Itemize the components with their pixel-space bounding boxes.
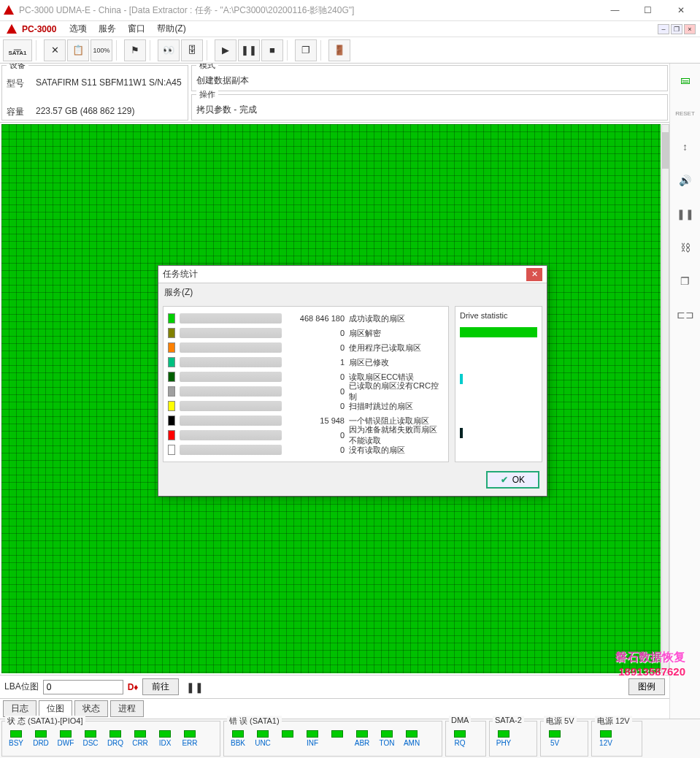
status-group-sata2: SATA-2 PHY (489, 721, 537, 757)
mdi-minimize[interactable]: – (658, 24, 669, 34)
maximize-button[interactable]: ☐ (631, 0, 664, 20)
stat-value: 468 846 180 (286, 314, 345, 323)
tab-log[interactable]: 日志 (3, 700, 36, 717)
mdi-restore[interactable]: ❐ (671, 24, 682, 34)
clipboard-button[interactable]: 📋 (67, 39, 89, 61)
drive-icon[interactable]: 🖴 (675, 69, 696, 90)
toolbar-separator (116, 40, 120, 61)
dialog-menu-item[interactable]: 服务(Z) (158, 283, 547, 302)
sata1-button[interactable]: ⎯⎯SATA1 (3, 39, 32, 61)
stat-bar (180, 313, 282, 324)
flag-label: ERR (182, 739, 197, 747)
flag-indicator (307, 730, 318, 738)
stat-label: 使用程序已读取扇区 (349, 342, 444, 353)
flag-indicator (282, 730, 293, 738)
menu-item-window[interactable]: 窗口 (128, 23, 145, 35)
status-flag: DRQ (104, 730, 126, 747)
tool1-icon[interactable]: ↕ (675, 137, 696, 157)
database-button[interactable]: 🗄 (181, 39, 203, 61)
legend-button[interactable]: 图例 (628, 678, 665, 695)
toolbar-separator (207, 40, 211, 61)
reset-icon[interactable]: RESET (675, 103, 696, 123)
menu-item-service[interactable]: 服务 (99, 23, 116, 35)
flag-indicator (454, 730, 466, 738)
copy-side-icon[interactable]: ❐ (675, 271, 696, 291)
flag-indicator (232, 730, 244, 738)
stat-bar (180, 401, 282, 411)
status-flag: DWF (55, 730, 77, 747)
drive-bar-1 (460, 327, 537, 337)
flag-label: INF (307, 739, 318, 747)
percent-button[interactable]: 100% (91, 39, 112, 61)
flag-label: RQ (455, 739, 466, 747)
flag-indicator (85, 730, 96, 738)
menu-bar: PC-3000 选项 服务 窗口 帮助(Z) (0, 21, 700, 37)
stat-value: 0 (286, 402, 345, 410)
stop-button[interactable]: ■ (261, 39, 283, 61)
app-small-icon (6, 23, 18, 35)
status-flag: ABR (351, 730, 373, 747)
mdi-close[interactable]: × (684, 24, 696, 34)
tools-button[interactable]: ✕ (44, 39, 66, 61)
status-group-label: SATA-2 (493, 716, 524, 724)
pause-side-icon[interactable]: ❚❚ (675, 204, 696, 224)
tab-status[interactable]: 状态 (74, 700, 108, 717)
sound-icon[interactable]: 🔊 (675, 170, 696, 191)
check-icon: ✔ (501, 475, 508, 485)
dialog-close-button[interactable]: ✕ (526, 268, 542, 281)
stat-swatch (168, 357, 175, 367)
play-button[interactable]: ▶ (215, 39, 236, 61)
status-flag: DSC (80, 730, 101, 747)
scrollbar-thumb[interactable] (662, 132, 669, 169)
copy-button[interactable]: ❐ (295, 39, 317, 61)
status-group-dma: DMA RQ (445, 721, 486, 757)
flag-label: DWF (58, 739, 74, 747)
tab-process[interactable]: 进程 (110, 700, 144, 717)
chain-icon[interactable]: ⛓ (675, 237, 696, 258)
menu-item-help[interactable]: 帮助(Z) (157, 23, 185, 35)
status-group-5v: 电源 5V 5V (540, 721, 588, 757)
binoculars-button[interactable]: 👀 (158, 39, 180, 61)
dialog-titlebar[interactable]: 任务统计 ✕ (158, 266, 547, 283)
flag-indicator (184, 730, 196, 738)
stat-bar (180, 372, 282, 382)
stat-bar (180, 357, 282, 367)
flag-indicator (498, 730, 509, 738)
status-group-sata1: 状 态 (SATA1)-[PIO4] BSYDRDDWFDSCDRQCRRIDX… (1, 721, 220, 757)
map-scrollbar[interactable] (661, 124, 669, 673)
flag-label: DRQ (107, 739, 123, 747)
operation-value: 拷贝参数 - 完成 (196, 104, 257, 115)
stat-row: 0已读取的扇区没有CRC控制 (168, 384, 444, 399)
status-flag: 12V (595, 730, 617, 747)
pause-icon: ❚❚ (183, 681, 207, 693)
tab-bitmap[interactable]: 位图 (39, 700, 72, 717)
flag-indicator (356, 730, 368, 738)
device-panel: 设备 型号SATAFIRM S11 SBFM11W1 S/N:A45 容量223… (1, 65, 188, 120)
flag-indicator (381, 730, 393, 738)
window-titlebar: PC-3000 UDMA-E - China - [Data Extractor… (0, 0, 700, 21)
status-flag: AMN (401, 730, 423, 747)
flag-indicator (60, 730, 72, 738)
stat-row: 0扫描时跳过的扇区 (168, 399, 444, 413)
menu-item-options[interactable]: 选项 (69, 23, 87, 35)
svg-marker-1 (7, 24, 17, 34)
exit-button[interactable]: 🚪 (328, 39, 350, 61)
status-area: 状 态 (SATA1)-[PIO4] BSYDRDDWFDSCDRQCRRIDX… (0, 719, 700, 758)
stat-value: 0 (286, 431, 345, 440)
stat-swatch (168, 401, 175, 411)
status-flag: TON (376, 730, 398, 747)
minimize-button[interactable]: — (599, 0, 631, 20)
ok-button[interactable]: ✔OK (486, 471, 539, 489)
close-button[interactable]: ✕ (664, 0, 697, 20)
dialog-title: 任务统计 (163, 268, 526, 280)
stat-value: 0 (286, 372, 345, 381)
flag-button[interactable]: ⚑ (124, 39, 146, 61)
status-flag: DRD (30, 730, 52, 747)
resistor-icon[interactable]: ⊏⊐ (675, 305, 696, 325)
lba-input[interactable] (43, 680, 123, 694)
flag-label: BBK (231, 739, 245, 747)
go-button[interactable]: 前往 (142, 678, 179, 695)
stat-row: 468 846 180成功读取的扇区 (168, 311, 444, 326)
status-group-label: 电源 12V (595, 716, 632, 727)
pause-button[interactable]: ❚❚ (238, 39, 260, 61)
